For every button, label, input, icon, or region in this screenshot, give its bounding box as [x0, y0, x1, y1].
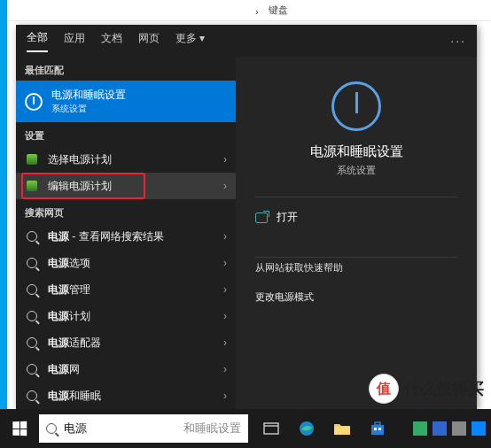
settings-item-edit-plan[interactable]: 编辑电源计划 › — [16, 173, 236, 199]
web-result-item[interactable]: 电源选项 › — [16, 250, 236, 276]
tab-web[interactable]: 网页 — [138, 31, 160, 51]
best-match-item[interactable]: 电源和睡眠设置 系统设置 — [16, 81, 236, 122]
search-icon — [25, 309, 39, 323]
best-match-title: 电源和睡眠设置 — [51, 88, 126, 103]
power-plan-icon — [25, 152, 39, 166]
device-item: 键盘 — [269, 4, 288, 17]
tray-icon[interactable] — [413, 421, 427, 436]
chevron-down-icon: ▾ — [199, 32, 205, 44]
svg-rect-6 — [374, 428, 377, 430]
taskbar-app-store[interactable] — [360, 409, 395, 448]
web-result-item[interactable]: 电源计划 › — [16, 303, 236, 329]
power-icon-large — [331, 81, 381, 131]
search-icon — [25, 229, 39, 243]
svg-rect-3 — [334, 427, 350, 435]
edge-icon — [298, 420, 316, 437]
preview-subtitle: 系统设置 — [337, 164, 376, 177]
open-label: 打开 — [277, 210, 298, 225]
web-result-label: 电源选项 — [48, 256, 214, 271]
search-icon — [25, 336, 39, 350]
power-plan-icon — [25, 179, 39, 193]
chevron-right-icon: › — [223, 390, 227, 402]
power-icon — [25, 93, 43, 111]
help-heading: 从网站获取快速帮助 — [236, 258, 362, 283]
chevron-right-icon: › — [223, 230, 227, 243]
section-best-match: 最佳匹配 — [16, 57, 236, 81]
web-result-label: 电源网 — [48, 362, 214, 377]
tab-more[interactable]: 更多 ▾ — [175, 31, 205, 51]
section-settings: 设置 — [16, 122, 236, 146]
chevron-right-icon: › — [223, 257, 227, 269]
tab-docs[interactable]: 文档 — [101, 31, 122, 51]
best-match-subtitle: 系统设置 — [51, 103, 126, 115]
web-result-item[interactable]: 电源适配器 › — [16, 329, 236, 356]
folder-icon — [333, 421, 351, 436]
tray-icon[interactable] — [472, 421, 486, 436]
svg-rect-7 — [378, 428, 381, 430]
taskbar-app-edge[interactable] — [289, 409, 324, 448]
search-icon — [46, 423, 57, 434]
start-button[interactable] — [0, 409, 39, 448]
web-result-label: 电源适配器 — [48, 336, 214, 351]
chevron-right-icon: › — [223, 283, 227, 296]
search-icon — [25, 362, 39, 376]
svg-rect-0 — [264, 423, 278, 434]
search-icon — [25, 282, 39, 297]
search-icon — [25, 389, 39, 403]
tray-icon[interactable] — [433, 421, 447, 436]
tree-node-icon: › — [255, 6, 263, 14]
chevron-right-icon: › — [223, 336, 227, 349]
chevron-right-icon: › — [223, 363, 227, 375]
open-button[interactable]: 打开 — [236, 197, 477, 237]
web-result-item[interactable]: 电源管理 › — [16, 276, 236, 303]
chevron-right-icon: › — [223, 153, 227, 166]
open-icon — [255, 212, 268, 223]
svg-rect-4 — [371, 425, 384, 435]
task-view-icon — [263, 422, 279, 435]
task-view-button[interactable] — [253, 409, 289, 448]
preview-pane: 电源和睡眠设置 系统设置 打开 从网站获取快速帮助 更改电源模式 — [236, 57, 477, 409]
results-list: 最佳匹配 电源和睡眠设置 系统设置 设置 选择电源计划 › 编辑电源计划 — [16, 57, 236, 409]
preview-title: 电源和睡眠设置 — [310, 143, 403, 160]
web-result-item[interactable]: 电源 - 查看网络搜索结果 › — [16, 223, 236, 250]
search-tabs: 全部 应用 文档 网页 更多 ▾ ··· — [16, 25, 477, 57]
chevron-right-icon: › — [223, 180, 227, 192]
help-link-change-mode[interactable]: 更改电源模式 — [236, 283, 477, 311]
web-result-item[interactable]: 电源网 › — [16, 356, 236, 382]
taskbar-app-explorer[interactable] — [324, 409, 360, 448]
web-result-label: 电源和睡眠 — [48, 389, 214, 404]
section-web-search: 搜索网页 — [16, 199, 236, 223]
web-result-label: 电源管理 — [48, 282, 214, 297]
settings-item-label: 选择电源计划 — [48, 152, 214, 167]
web-result-item[interactable]: 电源和睡眠 › — [16, 382, 236, 409]
chevron-right-icon: › — [223, 310, 227, 322]
tray-icon[interactable] — [452, 421, 466, 436]
settings-item-label: 编辑电源计划 — [48, 179, 214, 194]
taskbar: 和睡眠设置 — [0, 409, 491, 448]
taskbar-search[interactable]: 和睡眠设置 — [39, 414, 248, 443]
tab-all[interactable]: 全部 — [27, 30, 48, 52]
web-result-label: 电源 - 查看网络搜索结果 — [48, 229, 214, 244]
tab-apps[interactable]: 应用 — [64, 31, 85, 51]
settings-item-choose-plan[interactable]: 选择电源计划 › — [16, 146, 236, 173]
windows-logo-icon — [12, 421, 27, 436]
search-icon — [25, 256, 39, 270]
search-panel: 全部 应用 文档 网页 更多 ▾ ··· 最佳匹配 电源和睡眠设置 系统设置 设… — [16, 25, 477, 409]
device-manager-bg: › 键盘 — [7, 0, 491, 21]
web-result-label: 电源计划 — [48, 309, 214, 324]
system-tray[interactable] — [413, 421, 491, 436]
svg-rect-5 — [375, 422, 380, 425]
store-icon — [370, 421, 386, 436]
more-options-icon[interactable]: ··· — [450, 34, 466, 48]
